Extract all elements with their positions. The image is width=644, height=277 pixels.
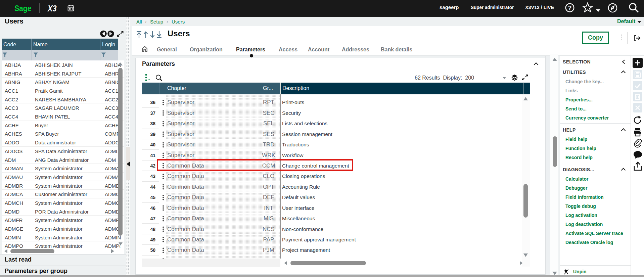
svg-text:Sage: Sage: [14, 4, 31, 13]
svg-text:?: ?: [568, 5, 572, 11]
